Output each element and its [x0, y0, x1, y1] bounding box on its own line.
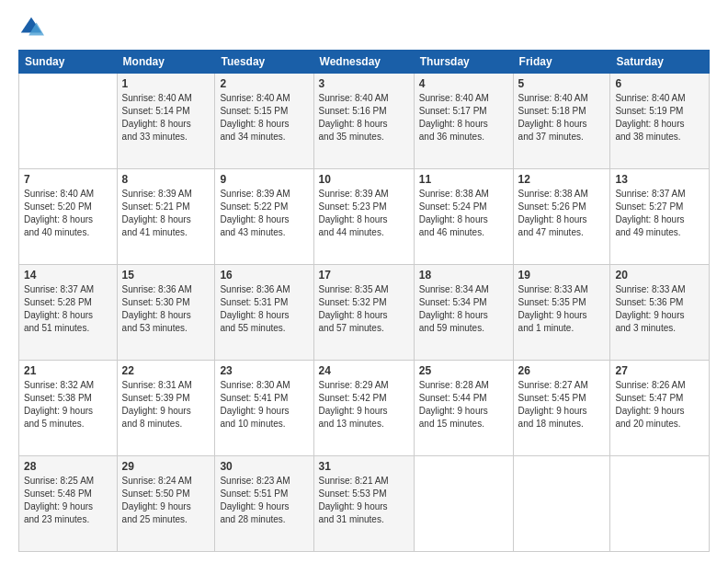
calendar-cell: 20Sunrise: 8:33 AMSunset: 5:36 PMDayligh… — [610, 265, 710, 361]
day-number: 13 — [615, 173, 704, 186]
day-info: Sunrise: 8:38 AMSunset: 5:24 PMDaylight:… — [419, 188, 508, 239]
day-header-tuesday: Tuesday — [215, 51, 313, 74]
day-header-saturday: Saturday — [610, 51, 710, 74]
calendar-cell: 21Sunrise: 8:32 AMSunset: 5:38 PMDayligh… — [19, 361, 118, 456]
day-number: 18 — [419, 269, 508, 282]
week-row-4: 28Sunrise: 8:25 AMSunset: 5:48 PMDayligh… — [19, 456, 710, 552]
logo — [18, 15, 48, 40]
day-number: 2 — [220, 77, 308, 90]
day-info: Sunrise: 8:30 AMSunset: 5:41 PMDaylight:… — [220, 379, 308, 431]
day-number: 14 — [24, 269, 112, 282]
day-info: Sunrise: 8:37 AMSunset: 5:28 PMDaylight:… — [24, 283, 112, 335]
calendar-cell: 24Sunrise: 8:29 AMSunset: 5:42 PMDayligh… — [313, 361, 414, 456]
day-info: Sunrise: 8:37 AMSunset: 5:27 PMDaylight:… — [615, 188, 704, 239]
logo-icon — [18, 15, 44, 40]
day-number: 25 — [419, 364, 508, 377]
day-info: Sunrise: 8:29 AMSunset: 5:42 PMDaylight:… — [319, 379, 409, 431]
page: SundayMondayTuesdayWednesdayThursdayFrid… — [0, 0, 728, 563]
calendar-cell: 23Sunrise: 8:30 AMSunset: 5:41 PMDayligh… — [215, 361, 313, 456]
day-info: Sunrise: 8:31 AMSunset: 5:39 PMDaylight:… — [122, 379, 210, 431]
day-header-sunday: Sunday — [19, 51, 118, 74]
day-number: 30 — [220, 460, 308, 473]
header — [18, 15, 710, 40]
day-number: 27 — [615, 364, 704, 377]
calendar-cell: 11Sunrise: 8:38 AMSunset: 5:24 PMDayligh… — [414, 169, 513, 265]
calendar-cell: 2Sunrise: 8:40 AMSunset: 5:15 PMDaylight… — [215, 74, 313, 169]
day-header-friday: Friday — [513, 51, 610, 74]
day-info: Sunrise: 8:40 AMSunset: 5:14 PMDaylight:… — [122, 92, 210, 144]
day-number: 12 — [518, 173, 606, 186]
day-number: 16 — [220, 269, 308, 282]
day-info: Sunrise: 8:40 AMSunset: 5:17 PMDaylight:… — [419, 92, 508, 144]
calendar-cell: 5Sunrise: 8:40 AMSunset: 5:18 PMDaylight… — [513, 74, 610, 169]
day-number: 26 — [518, 364, 606, 377]
day-number: 6 — [615, 77, 704, 90]
week-row-3: 21Sunrise: 8:32 AMSunset: 5:38 PMDayligh… — [19, 361, 710, 456]
calendar-cell — [19, 74, 118, 169]
calendar-cell: 9Sunrise: 8:39 AMSunset: 5:22 PMDaylight… — [215, 169, 313, 265]
day-number: 23 — [220, 364, 308, 377]
day-number: 29 — [122, 460, 210, 473]
day-number: 15 — [122, 269, 210, 282]
calendar-table: SundayMondayTuesdayWednesdayThursdayFrid… — [18, 50, 710, 552]
calendar-cell — [610, 456, 710, 552]
calendar-cell: 12Sunrise: 8:38 AMSunset: 5:26 PMDayligh… — [513, 169, 610, 265]
day-info: Sunrise: 8:40 AMSunset: 5:18 PMDaylight:… — [518, 92, 606, 144]
calendar-cell: 19Sunrise: 8:33 AMSunset: 5:35 PMDayligh… — [513, 265, 610, 361]
day-header-monday: Monday — [117, 51, 215, 74]
day-info: Sunrise: 8:27 AMSunset: 5:45 PMDaylight:… — [518, 379, 606, 431]
day-info: Sunrise: 8:39 AMSunset: 5:23 PMDaylight:… — [319, 188, 409, 239]
day-info: Sunrise: 8:21 AMSunset: 5:53 PMDaylight:… — [319, 475, 409, 526]
calendar-cell: 28Sunrise: 8:25 AMSunset: 5:48 PMDayligh… — [19, 456, 118, 552]
calendar-header-row: SundayMondayTuesdayWednesdayThursdayFrid… — [19, 51, 710, 74]
calendar-cell: 16Sunrise: 8:36 AMSunset: 5:31 PMDayligh… — [215, 265, 313, 361]
calendar-cell: 7Sunrise: 8:40 AMSunset: 5:20 PMDaylight… — [19, 169, 118, 265]
day-info: Sunrise: 8:25 AMSunset: 5:48 PMDaylight:… — [24, 475, 112, 526]
calendar-cell: 17Sunrise: 8:35 AMSunset: 5:32 PMDayligh… — [313, 265, 414, 361]
calendar-cell: 31Sunrise: 8:21 AMSunset: 5:53 PMDayligh… — [313, 456, 414, 552]
calendar-cell: 30Sunrise: 8:23 AMSunset: 5:51 PMDayligh… — [215, 456, 313, 552]
week-row-1: 7Sunrise: 8:40 AMSunset: 5:20 PMDaylight… — [19, 169, 710, 265]
day-number: 10 — [319, 173, 409, 186]
day-header-wednesday: Wednesday — [313, 51, 414, 74]
day-number: 11 — [419, 173, 508, 186]
day-info: Sunrise: 8:28 AMSunset: 5:44 PMDaylight:… — [419, 379, 508, 431]
day-number: 7 — [24, 173, 112, 186]
calendar-cell: 6Sunrise: 8:40 AMSunset: 5:19 PMDaylight… — [610, 74, 710, 169]
day-info: Sunrise: 8:39 AMSunset: 5:22 PMDaylight:… — [220, 188, 308, 239]
week-row-0: 1Sunrise: 8:40 AMSunset: 5:14 PMDaylight… — [19, 74, 710, 169]
day-number: 1 — [122, 77, 210, 90]
day-number: 17 — [319, 269, 409, 282]
day-info: Sunrise: 8:23 AMSunset: 5:51 PMDaylight:… — [220, 475, 308, 526]
calendar-cell: 3Sunrise: 8:40 AMSunset: 5:16 PMDaylight… — [313, 74, 414, 169]
day-info: Sunrise: 8:24 AMSunset: 5:50 PMDaylight:… — [122, 475, 210, 526]
day-info: Sunrise: 8:40 AMSunset: 5:20 PMDaylight:… — [24, 188, 112, 239]
calendar-cell: 27Sunrise: 8:26 AMSunset: 5:47 PMDayligh… — [610, 361, 710, 456]
day-number: 5 — [518, 77, 606, 90]
day-info: Sunrise: 8:26 AMSunset: 5:47 PMDaylight:… — [615, 379, 704, 431]
calendar-cell — [414, 456, 513, 552]
day-info: Sunrise: 8:33 AMSunset: 5:36 PMDaylight:… — [615, 283, 704, 335]
day-info: Sunrise: 8:34 AMSunset: 5:34 PMDaylight:… — [419, 283, 508, 335]
day-info: Sunrise: 8:40 AMSunset: 5:19 PMDaylight:… — [615, 92, 704, 144]
day-number: 20 — [615, 269, 704, 282]
day-info: Sunrise: 8:39 AMSunset: 5:21 PMDaylight:… — [122, 188, 210, 239]
day-number: 4 — [419, 77, 508, 90]
calendar-cell: 29Sunrise: 8:24 AMSunset: 5:50 PMDayligh… — [117, 456, 215, 552]
calendar-cell: 13Sunrise: 8:37 AMSunset: 5:27 PMDayligh… — [610, 169, 710, 265]
day-number: 19 — [518, 269, 606, 282]
calendar-cell: 25Sunrise: 8:28 AMSunset: 5:44 PMDayligh… — [414, 361, 513, 456]
calendar-cell — [513, 456, 610, 552]
day-number: 8 — [122, 173, 210, 186]
day-info: Sunrise: 8:38 AMSunset: 5:26 PMDaylight:… — [518, 188, 606, 239]
day-info: Sunrise: 8:36 AMSunset: 5:31 PMDaylight:… — [220, 283, 308, 335]
day-info: Sunrise: 8:40 AMSunset: 5:16 PMDaylight:… — [319, 92, 409, 144]
day-number: 24 — [319, 364, 409, 377]
day-header-thursday: Thursday — [414, 51, 513, 74]
day-number: 21 — [24, 364, 112, 377]
day-number: 28 — [24, 460, 112, 473]
day-number: 9 — [220, 173, 308, 186]
calendar-cell: 10Sunrise: 8:39 AMSunset: 5:23 PMDayligh… — [313, 169, 414, 265]
day-number: 31 — [319, 460, 409, 473]
calendar-cell: 4Sunrise: 8:40 AMSunset: 5:17 PMDaylight… — [414, 74, 513, 169]
